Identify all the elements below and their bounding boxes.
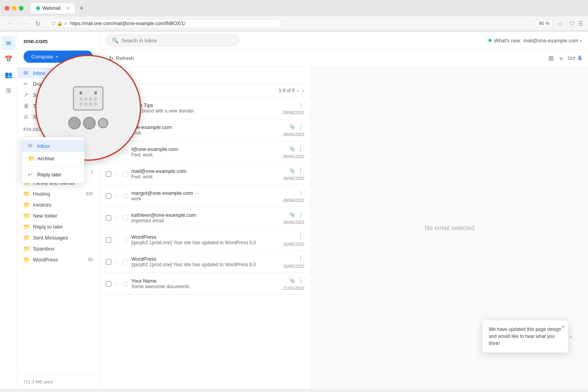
user-dropdown-icon[interactable]: ▾ (580, 39, 582, 43)
email-more-button[interactable]: ⋮ (297, 233, 305, 240)
email-checkbox[interactable] (106, 281, 111, 287)
sidebar-item-invoices[interactable]: 📁 invoices (17, 199, 99, 210)
sidebar-item-trash[interactable]: 🗑 Trash (17, 100, 99, 111)
shield-icon[interactable]: 🛡 (570, 20, 575, 27)
split-view-button[interactable]: ⊞ (547, 53, 555, 64)
email-row[interactable]: ☆ WordPress [qacph2.1prod.one] Your site… (100, 251, 311, 273)
sidebar-item-spambox[interactable]: 📁 Spambox (17, 243, 99, 254)
bookmark-icon[interactable]: ☆ (558, 20, 563, 27)
sidebar-item-hosting[interactable]: 📁 Hosting 938 (17, 188, 99, 199)
close-dot[interactable] (5, 6, 9, 11)
attachment-icon: 📎 (289, 124, 295, 130)
sidebar-item-sent-messages[interactable]: 📁 Sent Messages (17, 232, 99, 243)
prev-page-button[interactable]: ‹ (296, 87, 300, 94)
sidebar-item-sent[interactable]: ↗ Sent (17, 89, 99, 100)
rail-apps-icon[interactable]: ⊞ (2, 83, 16, 97)
search-input[interactable] (122, 38, 233, 44)
email-row[interactable]: ☆ margot@one-example.com → work (100, 185, 311, 207)
email-sender: l@one-example.com (131, 146, 280, 152)
email-checkbox[interactable] (106, 259, 111, 265)
email-more-button[interactable]: ⋮ (297, 167, 305, 174)
folder-sent-messages-label: Sent Messages (33, 235, 68, 241)
star-icon[interactable]: ☆ (114, 259, 120, 265)
email-more-button[interactable]: ⋮ (297, 145, 305, 152)
read-indicator[interactable] (123, 193, 128, 199)
email-row[interactable]: ☆ l@one-example.com Fwd: work 📎 ⋮ (100, 141, 311, 163)
email-checkbox[interactable] (106, 149, 111, 155)
star-icon[interactable]: ☆ (114, 105, 120, 111)
read-indicator[interactable] (123, 259, 128, 265)
rail-calendar-icon[interactable]: 📅 (2, 52, 16, 66)
email-checkbox[interactable] (106, 215, 111, 221)
star-icon[interactable]: ☆ (114, 149, 120, 155)
sort-button[interactable]: s ▾ (115, 87, 127, 94)
read-indicator[interactable] (123, 149, 128, 155)
address-bar[interactable]: 🛡 🔒 ≡ https://mail.one.com/mail@one-exam… (46, 19, 281, 28)
email-row[interactable]: ☆ Your Name Some awesome documents 📎 ⋮ (100, 273, 311, 295)
compose-button[interactable]: Compose + (24, 51, 93, 63)
email-checkbox[interactable] (106, 127, 111, 133)
menu-icon[interactable]: ☰ (578, 20, 583, 27)
email-sender: WordPress (131, 234, 280, 240)
search-bar[interactable]: 🔍 (106, 34, 239, 46)
user-email[interactable]: mail@one-example.com ▾ (523, 38, 582, 44)
read-indicator[interactable] (123, 281, 128, 287)
reload-button[interactable]: ↻ (33, 19, 43, 28)
select-all-checkbox[interactable] (106, 87, 112, 94)
star-icon[interactable]: ☆ (114, 281, 120, 287)
email-checkbox[interactable] (106, 193, 111, 199)
email-row[interactable]: ☆ mail@one-example.com Fwd: work 📎 ⋮ (100, 163, 311, 185)
minimize-dot[interactable] (12, 6, 16, 11)
browser-tab[interactable]: Webmail × (31, 3, 75, 13)
sidebar-item-drafts[interactable]: ✏ Drafts (17, 78, 99, 89)
refresh-button[interactable]: ↻ Refresh (106, 54, 137, 63)
email-row[interactable]: ☆ one-example.com work 📎 ⋮ (100, 119, 311, 141)
star-icon[interactable]: ☆ (114, 171, 120, 177)
whats-new-button[interactable]: What's new (485, 36, 523, 45)
star-icon[interactable]: ☆ (114, 237, 120, 243)
read-indicator[interactable] (123, 237, 128, 243)
email-more-button[interactable]: ⋮ (297, 277, 305, 284)
context-item-archive[interactable]: 📁 Archive (22, 152, 84, 165)
email-checkbox[interactable] (106, 237, 111, 243)
star-icon[interactable]: ☆ (114, 215, 120, 221)
sidebar-item-wordpress[interactable]: 📁 WordPress 85 (17, 254, 99, 265)
read-indicator[interactable] (123, 171, 128, 177)
forward-button[interactable]: → (19, 19, 30, 28)
new-tab-button[interactable]: + (80, 4, 84, 13)
star-icon[interactable]: ☆ (114, 127, 120, 133)
read-indicator[interactable] (123, 105, 128, 111)
email-actions: 📎 ⋮ (289, 277, 305, 284)
email-row[interactable]: ☆ WordPress [qacph2.1prod.one] Your site… (100, 229, 311, 251)
folder-hosting-label: Hosting (33, 191, 50, 197)
next-page-button[interactable]: › (301, 87, 305, 94)
star-icon[interactable]: ☆ (114, 193, 120, 199)
tab-close-button[interactable]: × (66, 5, 69, 11)
back-button[interactable]: ← (5, 19, 16, 28)
email-more-button[interactable]: ⋮ (297, 255, 305, 262)
rail-email-icon[interactable]: ✉ (2, 36, 16, 50)
maximize-dot[interactable] (19, 6, 24, 11)
email-sender: mail@one-example.com (131, 168, 280, 174)
read-indicator[interactable] (123, 127, 128, 133)
email-more-button[interactable]: ⋮ (297, 101, 305, 109)
sidebar-item-inbox[interactable]: ✉ Inbox (17, 67, 99, 78)
email-more-button[interactable]: ⋮ (297, 123, 305, 131)
collapse-button[interactable]: « (558, 53, 565, 64)
notification-close-button[interactable]: × (562, 323, 565, 330)
rail-contacts-icon[interactable]: 👥 (2, 67, 16, 82)
email-checkbox[interactable] (106, 171, 111, 177)
sidebar-item-reply-to-later[interactable]: 📁 Reply to later (17, 221, 99, 232)
email-row[interactable]: ☆ kathleen@one-example.com Important ema… (100, 207, 311, 229)
read-indicator[interactable] (123, 215, 128, 221)
folder-wordpress-label: WordPress (33, 257, 58, 263)
sidebar-item-new-folder[interactable]: 📁 New folder (17, 210, 99, 221)
email-more-button[interactable]: ⋮ (297, 189, 305, 196)
zoom-level[interactable]: 90 % (535, 20, 553, 27)
context-item-inbox[interactable]: ✉ Inbox (22, 140, 84, 152)
sidebar-item-spam[interactable]: ⊘ Spam (17, 111, 99, 122)
email-more-button[interactable]: ⋮ (297, 211, 305, 218)
email-checkbox[interactable] (106, 105, 111, 111)
context-item-reply-later[interactable]: ↩ Reply later (22, 168, 84, 181)
email-row[interactable]: ☆ .com Tips your brand with a new domain… (100, 97, 311, 119)
